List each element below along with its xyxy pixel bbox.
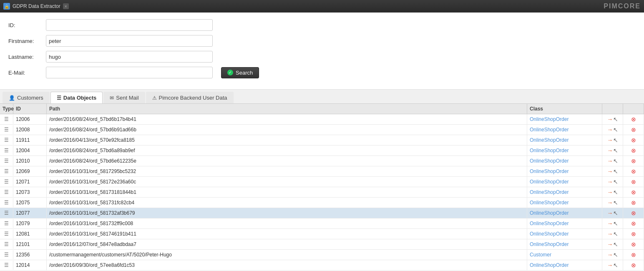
select-icon[interactable]: ↖ [613, 241, 618, 248]
tab-sent-mail[interactable]: ✉ Sent Mail [103, 92, 145, 103]
select-icon[interactable]: ↖ [613, 116, 618, 123]
row-path: /order/2016/10/31/ord_5817295bc5232 [47, 166, 527, 176]
tab-data-objects[interactable]: ☰ Data Objects [50, 92, 103, 103]
navigate-icon[interactable]: → [607, 241, 613, 248]
col-class: Class [527, 104, 602, 114]
row-delete[interactable]: ⊗ [623, 187, 644, 197]
select-icon[interactable]: ↖ [613, 251, 618, 258]
row-delete[interactable]: ⊗ [623, 198, 644, 208]
select-icon[interactable]: ↖ [613, 220, 618, 227]
navigate-icon[interactable]: → [607, 158, 613, 164]
close-button[interactable]: × [63, 3, 69, 9]
delete-icon[interactable]: ⊗ [631, 126, 636, 133]
form-area: ID: Firstname: Lastname: E-Mail: ✓ Searc… [0, 13, 644, 90]
navigate-icon[interactable]: → [607, 189, 613, 196]
id-label: ID: [8, 22, 46, 28]
row-delete[interactable]: ⊗ [623, 146, 644, 156]
row-id: 12081 [13, 229, 47, 239]
delete-icon[interactable]: ⊗ [631, 199, 636, 206]
navigate-icon[interactable]: → [607, 147, 613, 154]
row-delete[interactable]: ⊗ [623, 239, 644, 249]
delete-icon[interactable]: ⊗ [631, 220, 636, 227]
row-id: 12014 [13, 260, 47, 270]
row-delete[interactable]: ⊗ [623, 125, 644, 135]
row-path: /order/2016/10/31/ord_58172e236a60c [47, 177, 527, 187]
row-path: /order/2016/10/31/ord_581746191b411 [47, 229, 527, 239]
backend-user-icon: ⚠ [152, 95, 157, 101]
row-actions-1: → ↖ [602, 208, 623, 218]
table-row: ☰ 12073 /order/2016/10/31/ord_5817318184… [0, 187, 644, 198]
delete-icon[interactable]: ⊗ [631, 262, 636, 268]
firstname-input[interactable] [46, 35, 213, 47]
navigate-icon[interactable]: → [607, 137, 613, 143]
navigate-icon[interactable]: → [607, 251, 613, 258]
navigate-icon[interactable]: → [607, 116, 613, 123]
row-class: OnlineShopOrder [527, 218, 602, 228]
delete-icon[interactable]: ⊗ [631, 137, 636, 143]
lastname-input[interactable] [46, 51, 213, 63]
row-delete[interactable]: ⊗ [623, 218, 644, 228]
data-objects-icon: ☰ [57, 95, 61, 101]
select-icon[interactable]: ↖ [613, 137, 618, 143]
email-row: E-Mail: ✓ Search [8, 67, 636, 78]
select-icon[interactable]: ↖ [613, 210, 618, 216]
delete-icon[interactable]: ⊗ [631, 168, 636, 175]
delete-icon[interactable]: ⊗ [631, 251, 636, 258]
row-delete[interactable]: ⊗ [623, 166, 644, 176]
select-icon[interactable]: ↖ [613, 189, 618, 196]
table-row: ☰ 12010 /order/2016/08/24/ord_57bd6e6122… [0, 156, 644, 166]
select-icon[interactable]: ↖ [613, 158, 618, 164]
select-icon[interactable]: ↖ [613, 199, 618, 206]
row-actions-1: → ↖ [602, 125, 623, 135]
delete-icon[interactable]: ⊗ [631, 178, 636, 185]
tab-customers[interactable]: 👤 Customers [3, 92, 50, 103]
delete-icon[interactable]: ⊗ [631, 116, 636, 123]
navigate-icon[interactable]: → [607, 199, 613, 206]
navigate-icon[interactable]: → [607, 178, 613, 185]
delete-icon[interactable]: ⊗ [631, 241, 636, 248]
tab-sent-mail-label: Sent Mail [116, 95, 138, 101]
id-input[interactable] [46, 19, 213, 31]
row-delete[interactable]: ⊗ [623, 250, 644, 260]
row-type-icon: ☰ [0, 219, 13, 228]
select-icon[interactable]: ↖ [613, 262, 618, 268]
row-delete[interactable]: ⊗ [623, 260, 644, 270]
select-icon[interactable]: ↖ [613, 126, 618, 133]
row-delete[interactable]: ⊗ [623, 156, 644, 166]
navigate-icon[interactable]: → [607, 168, 613, 175]
title-bar: 🔒 GDPR Data Extractor × PIMCORE [0, 0, 644, 13]
row-id: 12077 [13, 208, 47, 218]
row-actions-1: → ↖ [602, 135, 623, 145]
row-type-icon: ☰ [0, 240, 13, 249]
select-icon[interactable]: ↖ [613, 147, 618, 154]
navigate-icon[interactable]: → [607, 220, 613, 227]
row-id: 12069 [13, 166, 47, 176]
row-class: OnlineShopOrder [527, 177, 602, 187]
row-delete[interactable]: ⊗ [623, 114, 644, 124]
delete-icon[interactable]: ⊗ [631, 189, 636, 196]
navigate-icon[interactable]: → [607, 210, 613, 216]
navigate-icon[interactable]: → [607, 231, 613, 237]
row-delete[interactable]: ⊗ [623, 177, 644, 187]
delete-icon[interactable]: ⊗ [631, 147, 636, 154]
tab-backend-user[interactable]: ⚠ Pimcore Backend User Data [146, 92, 234, 103]
row-class: OnlineShopOrder [527, 187, 602, 197]
row-path: /order/2016/08/24/ord_57bd6e612235e [47, 156, 527, 166]
delete-icon[interactable]: ⊗ [631, 158, 636, 164]
delete-icon[interactable]: ⊗ [631, 231, 636, 237]
delete-icon[interactable]: ⊗ [631, 210, 636, 216]
row-delete[interactable]: ⊗ [623, 229, 644, 239]
search-button[interactable]: ✓ Search [221, 67, 259, 78]
select-icon[interactable]: ↖ [613, 231, 618, 237]
navigate-icon[interactable]: → [607, 126, 613, 133]
navigate-icon[interactable]: → [607, 262, 613, 268]
row-delete[interactable]: ⊗ [623, 208, 644, 218]
row-path: /order/2016/12/07/ord_5847e8adbdaa7 [47, 239, 527, 249]
row-actions-1: → ↖ [602, 146, 623, 156]
select-icon[interactable]: ↖ [613, 178, 618, 185]
sent-mail-icon: ✉ [110, 95, 114, 101]
select-icon[interactable]: ↖ [613, 168, 618, 175]
email-input[interactable] [46, 67, 213, 78]
row-delete[interactable]: ⊗ [623, 135, 644, 145]
row-path: /customermanagement/customers/AT/5020/Pe… [47, 250, 527, 260]
